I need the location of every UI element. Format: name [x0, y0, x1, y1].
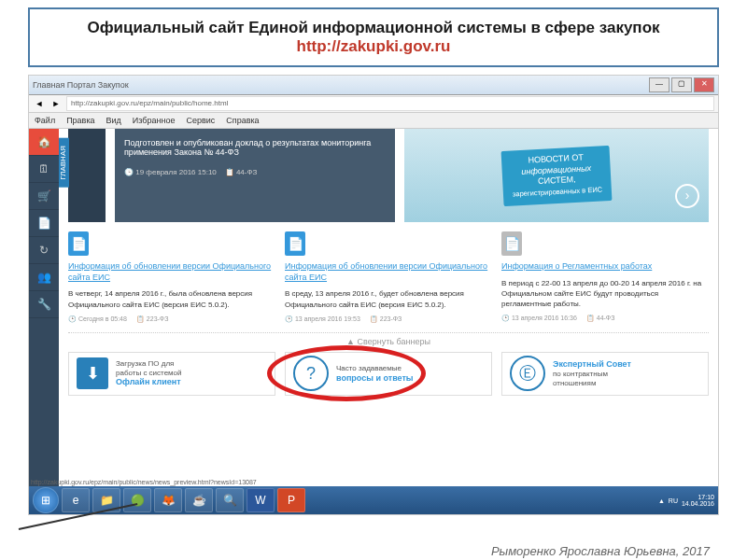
- sidebar-cart[interactable]: 🛒: [29, 183, 59, 210]
- tray-time[interactable]: 17:10: [682, 494, 714, 500]
- news-date: 19 февраля 2016 15:10: [135, 168, 217, 176]
- article-3: 📄 Информация о Регламентных работах В пе…: [501, 231, 709, 323]
- address-bar: ◄ ► http://zakupki.gov.ru/epz/main/publi…: [29, 95, 718, 113]
- news-tag: 44-ФЗ: [236, 168, 257, 176]
- article-2-title[interactable]: Информация об обновлении версии Официаль…: [285, 261, 492, 283]
- menu-favorites[interactable]: Избранное: [133, 116, 176, 125]
- document-icon: 📄: [68, 231, 89, 256]
- article-1-title[interactable]: Информация об обновлении версии Официаль…: [68, 261, 275, 283]
- menu-edit[interactable]: Правка: [66, 116, 94, 125]
- menu-file[interactable]: Файл: [35, 116, 55, 125]
- task-app4[interactable]: 🦊: [154, 488, 182, 512]
- task-app3[interactable]: 🟢: [123, 488, 151, 512]
- url-field[interactable]: http://zakupki.gov.ru/epz/main/public/ho…: [66, 96, 714, 111]
- slide-url: http://zakupki.gov.ru: [39, 37, 708, 56]
- news-text: Подготовлен и опубликован доклад о резул…: [124, 138, 386, 157]
- collapse-banners[interactable]: ▲ Свернуть баннеры: [68, 332, 709, 346]
- main-content: ГЛАВНАЯ Подготовлен и опубликован доклад…: [59, 129, 718, 489]
- minimize-button[interactable]: —: [649, 77, 669, 92]
- author-credit: Рыморенко Ярославна Юрьевна, 2017: [491, 544, 710, 558]
- start-button[interactable]: ⊞: [33, 487, 59, 513]
- vertical-tab-main[interactable]: ГЛАВНАЯ: [59, 138, 69, 188]
- sidebar-tools[interactable]: 🔧: [29, 291, 59, 318]
- article-1-text: В четверг, 14 апреля 2016 г., была обнов…: [68, 288, 275, 309]
- clock-icon: 🕒: [124, 168, 134, 176]
- tray-date[interactable]: 14.04.2016: [682, 500, 714, 507]
- task-ie[interactable]: e: [62, 488, 90, 512]
- home-icon: 🏠: [37, 135, 51, 148]
- close-button[interactable]: ✕: [694, 77, 714, 92]
- download-icon: ⬇: [77, 357, 108, 389]
- status-bar-url: http://zakupki.gov.ru/epz/main/public/ne…: [31, 479, 257, 485]
- sidebar-home[interactable]: 🏠: [29, 129, 59, 156]
- banner-faq[interactable]: ? Часто задаваемые вопросы и ответы: [285, 352, 492, 396]
- hero-left: ГЛАВНАЯ: [68, 129, 106, 222]
- sidebar-refresh[interactable]: ↻: [29, 237, 59, 264]
- window-title: Главная Портал Закупок: [33, 80, 129, 90]
- maximize-button[interactable]: ▢: [671, 77, 692, 92]
- news-banner[interactable]: Подготовлен и опубликован доклад о резул…: [115, 129, 395, 222]
- calendar-icon: 🗓: [38, 162, 49, 175]
- promo-arrow-button[interactable]: ›: [675, 184, 699, 208]
- forward-button[interactable]: ►: [49, 97, 63, 110]
- menu-bar: Файл Правка Вид Избранное Сервис Справка: [29, 113, 718, 129]
- browser-window: Главная Портал Закупок — ▢ ✕ ◄ ► http://…: [28, 75, 719, 515]
- users-icon: 👥: [37, 271, 51, 284]
- task-app6[interactable]: 🔍: [216, 488, 244, 512]
- cart-icon: 🛒: [37, 189, 51, 203]
- tag-icon: 📋: [225, 168, 234, 176]
- menu-service[interactable]: Сервис: [186, 116, 215, 125]
- article-2: 📄 Информация об обновлении версии Официа…: [285, 231, 492, 323]
- tools-icon: 🔧: [37, 298, 51, 311]
- article-3-title[interactable]: Информация о Регламентных работах: [501, 261, 709, 273]
- document-icon: 📄: [285, 231, 305, 256]
- banner-offline-client[interactable]: ⬇ Загрузка ПО для работы с системой Офла…: [68, 352, 275, 396]
- tray-flag-icon[interactable]: ▲: [658, 497, 665, 504]
- task-ppt[interactable]: P: [277, 488, 305, 512]
- chevron-up-icon: ▲: [346, 337, 355, 346]
- banner-expert-council[interactable]: Ⓔ Экспертный Совет по контрактным отноше…: [501, 352, 709, 396]
- sidebar-users[interactable]: 👥: [29, 264, 59, 291]
- article-3-text: В период с 22-00 13 апреля до 00-20 14 а…: [501, 278, 709, 310]
- menu-view[interactable]: Вид: [106, 116, 121, 125]
- question-icon: ?: [293, 356, 329, 391]
- council-icon: Ⓔ: [510, 356, 545, 391]
- sidebar-doc[interactable]: 📄: [29, 210, 59, 237]
- document-icon: 📄: [501, 231, 522, 256]
- task-word[interactable]: W: [247, 488, 275, 512]
- slide-title: Официальный сайт Единой информационной с…: [39, 19, 708, 37]
- tray-lang[interactable]: RU: [669, 497, 678, 504]
- task-app5[interactable]: ☕: [185, 488, 213, 512]
- slide-header: Официальный сайт Единой информационной с…: [28, 7, 719, 67]
- browser-titlebar[interactable]: Главная Портал Закупок — ▢ ✕: [29, 76, 718, 95]
- menu-help[interactable]: Справка: [226, 116, 259, 125]
- left-sidebar: 🏠 🗓 🛒 📄 ↻ 👥 🔧: [29, 129, 59, 489]
- refresh-icon: ↻: [39, 244, 49, 257]
- article-1: 📄 Информация об обновлении версии Официа…: [68, 231, 275, 323]
- promo-text: НОВОСТИ ОТ информационных СИСТЕМ, зареги…: [500, 146, 612, 206]
- doc-icon: 📄: [37, 217, 51, 230]
- windows-taskbar: ⊞ e 📁 🟢 🦊 ☕ 🔍 W P ▲ RU 17:10 14.04.2016: [29, 486, 718, 514]
- sidebar-calendar[interactable]: 🗓: [29, 156, 59, 183]
- back-button[interactable]: ◄: [33, 97, 46, 110]
- article-2-text: В среду, 13 апреля 2016 г., будет обновл…: [285, 288, 492, 309]
- promo-banner[interactable]: НОВОСТИ ОТ информационных СИСТЕМ, зареги…: [404, 129, 709, 222]
